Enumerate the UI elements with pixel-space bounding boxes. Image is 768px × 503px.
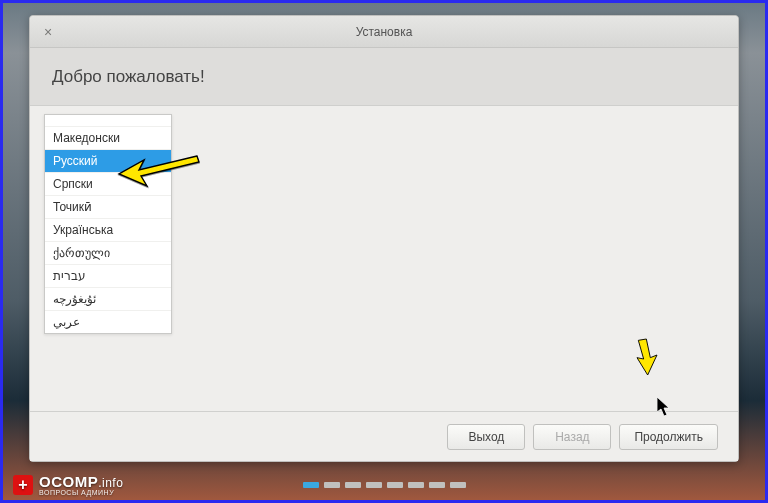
language-item[interactable]: ئۇيغۇرچە bbox=[45, 288, 171, 311]
pager-dot[interactable] bbox=[408, 482, 424, 488]
language-item[interactable]: Српски bbox=[45, 173, 171, 196]
language-item[interactable]: Точикӣ bbox=[45, 196, 171, 219]
language-item[interactable]: عربي bbox=[45, 311, 171, 333]
window-title: Установка bbox=[30, 25, 738, 39]
language-item[interactable]: Македонски bbox=[45, 127, 171, 150]
language-item[interactable]: ქართული bbox=[45, 242, 171, 265]
watermark-text: OCOMP.info ВОПРОСЫ АДМИНУ bbox=[39, 473, 123, 496]
installer-window: × Установка Добро пожаловать! Македонски… bbox=[29, 15, 739, 462]
pager-dot[interactable] bbox=[303, 482, 319, 488]
header: Добро пожаловать! bbox=[30, 48, 738, 106]
language-item[interactable]: Українська bbox=[45, 219, 171, 242]
language-item[interactable]: Русский bbox=[45, 150, 171, 173]
pager-dot[interactable] bbox=[429, 482, 445, 488]
titlebar: × Установка bbox=[30, 16, 738, 48]
language-item[interactable] bbox=[45, 115, 171, 127]
watermark-badge-icon: + bbox=[13, 475, 33, 495]
language-item[interactable]: עברית bbox=[45, 265, 171, 288]
pager-dot[interactable] bbox=[366, 482, 382, 488]
watermark: + OCOMP.info ВОПРОСЫ АДМИНУ bbox=[13, 473, 123, 496]
exit-button[interactable]: Выход bbox=[447, 424, 525, 450]
welcome-heading: Добро пожаловать! bbox=[52, 67, 205, 87]
footer: Выход Назад Продолжить bbox=[30, 411, 738, 461]
language-list[interactable]: МакедонскиРусскийСрпскиТочикӣУкраїнськаქ… bbox=[44, 114, 172, 334]
back-button: Назад bbox=[533, 424, 611, 450]
pager-dot[interactable] bbox=[450, 482, 466, 488]
screenshot-frame: × Установка Добро пожаловать! Македонски… bbox=[0, 0, 768, 503]
content-area: МакедонскиРусскийСрпскиТочикӣУкраїнськаქ… bbox=[30, 106, 738, 411]
pager-dot[interactable] bbox=[345, 482, 361, 488]
pager-dot[interactable] bbox=[324, 482, 340, 488]
pager-dot[interactable] bbox=[387, 482, 403, 488]
close-icon[interactable]: × bbox=[40, 24, 56, 40]
continue-button[interactable]: Продолжить bbox=[619, 424, 718, 450]
